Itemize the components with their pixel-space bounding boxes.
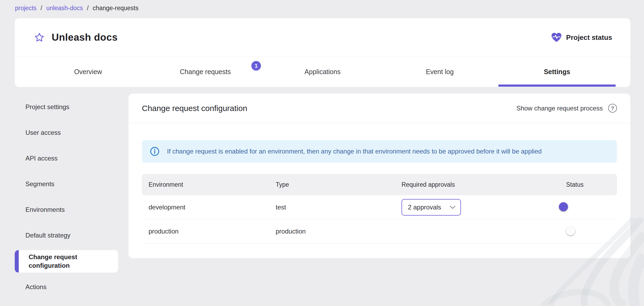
tab-event-log[interactable]: Event log [381, 57, 498, 87]
table-row-development: development test 2 approvals [142, 195, 617, 219]
page: projects / unleash-docs / change-request… [0, 0, 644, 306]
tab-label: Overview [74, 68, 102, 76]
tab-settings[interactable]: Settings [498, 57, 616, 87]
tab-overview[interactable]: Overview [29, 57, 147, 87]
project-title-group: Unleash docs [34, 32, 118, 43]
tab-change-requests[interactable]: Change requests 1 [147, 57, 264, 87]
environments-table: Environment Type Required approvals Stat… [142, 174, 617, 243]
project-tabs: Overview Change requests 1 Applications … [15, 57, 630, 87]
tab-applications[interactable]: Applications [264, 57, 381, 87]
required-approvals-select[interactable]: 2 approvals [401, 199, 461, 216]
sidebar-item-label: Actions [25, 283, 47, 291]
project-header-card: Unleash docs Project status Overview Cha… [15, 18, 630, 87]
breadcrumb: projects / unleash-docs / change-request… [15, 5, 138, 12]
show-change-request-process-link[interactable]: Show change request process ? [516, 104, 617, 113]
tab-label: Settings [544, 68, 570, 76]
help-link-label: Show change request process [516, 105, 603, 112]
sidebar-item-label: User access [25, 129, 61, 136]
select-value: 2 approvals [408, 204, 441, 211]
breadcrumb-project[interactable]: unleash-docs [46, 5, 83, 12]
tab-label: Change requests [180, 68, 231, 76]
info-alert-text: If change request is enabled for an envi… [167, 148, 542, 155]
sidebar-item-label: Environments [25, 206, 65, 213]
project-header: Unleash docs Project status [15, 18, 630, 57]
breadcrumb-separator: / [87, 5, 89, 12]
help-question-icon[interactable]: ? [608, 104, 617, 113]
column-status: Status [566, 181, 617, 188]
info-icon [150, 147, 160, 156]
tab-label: Event log [426, 68, 454, 76]
project-status-label: Project status [566, 33, 612, 42]
change-requests-count-badge: 1 [251, 61, 261, 71]
table-row-production: production production [142, 219, 617, 243]
page-title: Unleash docs [52, 32, 118, 43]
environment-cell: production [149, 228, 276, 235]
card-title: Change request configuration [142, 104, 247, 113]
table-header-row: Environment Type Required approvals Stat… [142, 174, 617, 195]
column-type: Type [276, 181, 401, 188]
type-cell: test [276, 204, 401, 211]
sidebar-item-api-access[interactable]: API access [15, 146, 122, 171]
sidebar-item-project-settings[interactable]: Project settings [15, 94, 122, 120]
sidebar-item-actions[interactable]: Actions [15, 274, 122, 300]
sidebar-item-label: Change request configuration [29, 253, 96, 270]
toggle-knob [566, 226, 575, 235]
settings-sidebar: Project settings User access API access … [15, 94, 122, 300]
change-request-configuration-card: Change request configuration Show change… [128, 94, 630, 258]
tab-label: Applications [305, 68, 341, 76]
sidebar-item-label: Default strategy [25, 232, 70, 239]
column-environment: Environment [149, 181, 276, 188]
breadcrumb-projects[interactable]: projects [15, 5, 37, 12]
card-header: Change request configuration Show change… [128, 94, 630, 123]
type-cell: production [276, 228, 401, 235]
sidebar-item-user-access[interactable]: User access [15, 120, 122, 146]
breadcrumb-current: change-requests [93, 5, 138, 12]
sidebar-item-label: Project settings [25, 103, 69, 111]
favorite-star-icon[interactable] [34, 32, 45, 43]
sidebar-item-label: API access [25, 155, 58, 162]
chevron-down-icon [450, 205, 456, 209]
sidebar-item-default-strategy[interactable]: Default strategy [15, 223, 122, 248]
project-status-button[interactable]: Project status [551, 32, 612, 43]
environment-cell: development [149, 204, 276, 211]
heart-pulse-icon [551, 32, 562, 43]
info-alert: If change request is enabled for an envi… [142, 140, 617, 163]
sidebar-item-change-request-configuration[interactable]: Change request configuration [15, 250, 118, 273]
breadcrumb-separator: / [41, 5, 42, 12]
column-required-approvals: Required approvals [401, 181, 566, 188]
toggle-knob [559, 202, 568, 211]
sidebar-item-label: Segments [25, 180, 54, 188]
sidebar-item-segments[interactable]: Segments [15, 171, 122, 197]
sidebar-item-environments[interactable]: Environments [15, 197, 122, 223]
